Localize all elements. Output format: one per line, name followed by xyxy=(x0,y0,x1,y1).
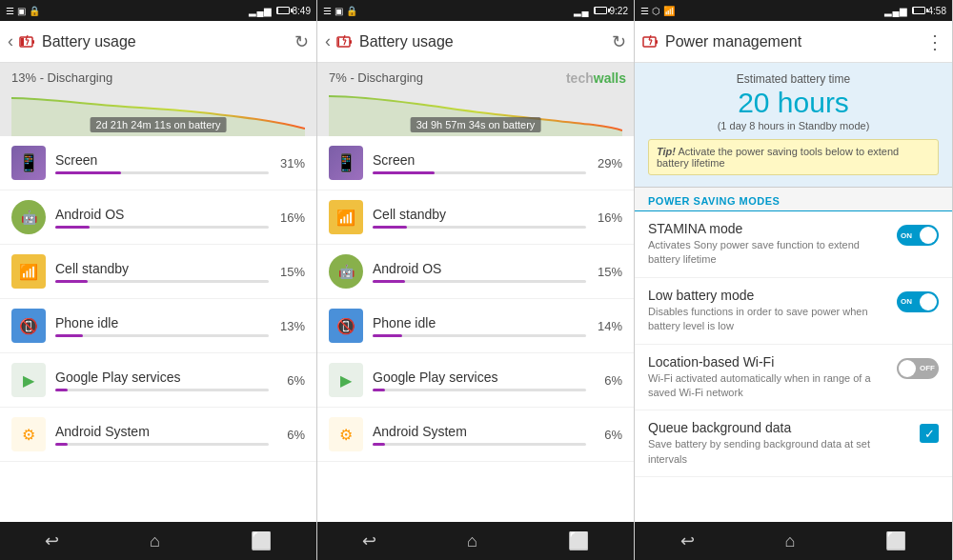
status-right-icons-2: ▂▄ 9:22 xyxy=(574,6,628,16)
tip-prefix: Tip! xyxy=(657,146,676,157)
toolbar-1: ‹ Battery usage ↻ xyxy=(0,21,316,63)
recent-nav-1[interactable]: ⬜ xyxy=(251,530,272,551)
svg-line-16 xyxy=(650,40,652,45)
usage-bar-track-screen-1 xyxy=(55,171,269,174)
back-nav-3[interactable]: ↩ xyxy=(680,530,695,551)
status-left-icons-3: ☰ ⬡ 📶 xyxy=(640,6,675,16)
stamina-toggle[interactable]: ON xyxy=(897,225,939,246)
status-bar-3: ☰ ⬡ 📶 ▂▄▆ 4:58 xyxy=(635,0,952,21)
status-time-1: 8:49 xyxy=(293,6,311,16)
usage-pct-screen-2: 29% xyxy=(594,156,622,170)
battery-chart-1: 2d 21h 24m 11s on battery xyxy=(11,89,305,136)
usage-item-screen-1: 📱 Screen 31% xyxy=(0,136,316,190)
nfc-icon: ⬡ xyxy=(652,6,660,16)
power-modes-label: POWER SAVING MODES xyxy=(635,188,952,211)
status-right-icons-3: ▂▄▆ 4:58 xyxy=(884,6,946,16)
low-battery-item: Low battery mode Disables functions in o… xyxy=(635,278,952,345)
usage-info-android-1: Android OS xyxy=(55,207,269,229)
svg-rect-13 xyxy=(656,40,658,44)
usage-pct-phone-2: 14% xyxy=(594,319,622,333)
usage-pct-phone-1: 13% xyxy=(276,319,305,333)
usage-info-gplay-1: Google Play services xyxy=(55,370,269,391)
svg-rect-2 xyxy=(21,38,24,46)
usage-item-android-1: 🤖 Android OS 16% xyxy=(0,190,316,245)
toolbar-title-2: Battery usage xyxy=(359,33,612,50)
queue-bg-title: Queue background data xyxy=(648,420,910,435)
status-bar-1: ☰ ▣ 🔒 ▂▄▆ 8:49 xyxy=(0,0,316,21)
screen-icon-2: 📱 xyxy=(329,146,363,180)
usage-item-cell-2: 📶 Cell standby 16% xyxy=(317,190,634,245)
usage-list-1: 📱 Screen 31% 🤖 Android OS 16% 📶 Cell xyxy=(0,136,316,522)
location-wifi-control[interactable]: OFF xyxy=(897,358,939,379)
location-wifi-toggle[interactable]: OFF xyxy=(897,358,939,379)
signal-bars-1: ▂▄▆ xyxy=(249,6,271,16)
battery-icon-toolbar-3 xyxy=(642,33,659,50)
low-battery-toggle-knob xyxy=(920,293,937,310)
power-header: Estimated battery time 20 hours (1 day 8… xyxy=(635,63,952,188)
usage-pct-android-1: 16% xyxy=(276,210,305,225)
refresh-button-1[interactable]: ↻ xyxy=(294,31,309,52)
status-bar-2: ☰ ▣ 🔒 ▂▄ 9:22 xyxy=(317,0,634,21)
usage-pct-cell-2: 16% xyxy=(594,210,622,225)
battery-duration-1: 2d 21h 24m 11s on battery xyxy=(91,117,227,132)
low-battery-control[interactable]: ON xyxy=(897,291,939,312)
back-nav-2[interactable]: ↩ xyxy=(362,530,376,551)
status-right-icons: ▂▄▆ 8:49 xyxy=(249,6,311,16)
usage-bar-track-phone-1 xyxy=(55,334,269,337)
usage-pct-cell-1: 15% xyxy=(276,265,305,279)
location-wifi-toggle-knob xyxy=(899,360,916,377)
queue-bg-item: Queue background data Save battery by se… xyxy=(635,410,952,477)
est-standby: (1 day 8 hours in Standby mode) xyxy=(648,120,939,131)
back-nav-1[interactable]: ↩ xyxy=(45,530,59,551)
home-nav-1[interactable]: ⌂ xyxy=(150,531,160,551)
battery-chart-2: 3d 9h 57m 34s on battery xyxy=(329,89,622,136)
usage-item-gplay-2: ▶ Google Play services 6% xyxy=(317,353,634,408)
refresh-button-2[interactable]: ↻ xyxy=(612,31,626,52)
battery-percent-1: 13% - Discharging xyxy=(11,70,305,85)
usage-info-screen-1: Screen xyxy=(55,152,269,174)
usage-item-android-2: 🤖 Android OS 15% xyxy=(317,245,634,299)
svg-line-5 xyxy=(27,40,29,45)
usage-item-phone-2: 📵 Phone idle 14% xyxy=(317,299,634,353)
menu-button-3[interactable]: ⋮ xyxy=(925,30,944,53)
back-button-1[interactable]: ‹ xyxy=(8,31,13,51)
svg-rect-7 xyxy=(350,40,352,44)
panel-power: ☰ ⬡ 📶 ▂▄▆ 4:58 Power management ⋮ Estima… xyxy=(635,0,953,560)
usage-pct-gplay-1: 6% xyxy=(276,373,305,388)
recent-nav-2[interactable]: ⬜ xyxy=(568,530,589,551)
cell-icon-1: 📶 xyxy=(11,254,46,289)
stamina-control[interactable]: ON xyxy=(897,225,939,246)
usage-bar-fill-system-1 xyxy=(55,443,68,446)
low-battery-toggle[interactable]: ON xyxy=(897,291,939,312)
phone-icon-1: 📵 xyxy=(11,309,46,343)
home-nav-3[interactable]: ⌂ xyxy=(785,531,796,551)
usage-bar-fill-phone-1 xyxy=(55,334,83,337)
usage-info-system-1: Android System xyxy=(55,424,269,446)
toolbar-title-1: Battery usage xyxy=(42,33,294,50)
usage-bar-fill-gplay-1 xyxy=(55,389,68,391)
android-icon-2: 🤖 xyxy=(329,254,363,289)
usage-name-system-1: Android System xyxy=(55,424,269,439)
usage-name-system-2: Android System xyxy=(373,424,586,439)
usage-bar-fill-screen-1 xyxy=(55,171,121,174)
bottom-bar-2: ↩ ⌂ ⬜ xyxy=(317,522,634,560)
home-nav-2[interactable]: ⌂ xyxy=(467,531,477,551)
battery-indicator-1 xyxy=(276,7,290,14)
usage-pct-system-2: 6% xyxy=(594,428,622,442)
usage-pct-android-2: 15% xyxy=(594,265,622,279)
queue-bg-control[interactable]: ✓ xyxy=(920,424,939,443)
toolbar-title-3: Power management xyxy=(665,33,925,50)
svg-line-11 xyxy=(344,40,346,45)
recent-nav-3[interactable]: ⬜ xyxy=(885,530,906,551)
toolbar-2: ‹ Battery usage ↻ xyxy=(317,21,634,63)
queue-bg-checkbox[interactable]: ✓ xyxy=(920,424,939,443)
location-wifi-title: Location-based Wi-Fi xyxy=(648,354,887,370)
back-button-2[interactable]: ‹ xyxy=(325,31,331,51)
battery-indicator-2 xyxy=(594,7,607,14)
usage-info-cell-1: Cell standby xyxy=(55,261,269,283)
android-icon-1: 🤖 xyxy=(11,200,46,234)
battery-icon-toolbar-1 xyxy=(19,33,36,50)
lock-icon-2: 🔒 xyxy=(346,6,357,16)
screen-icon-1: 📱 xyxy=(11,146,46,180)
usage-item-system-2: ⚙ Android System 6% xyxy=(317,408,634,462)
